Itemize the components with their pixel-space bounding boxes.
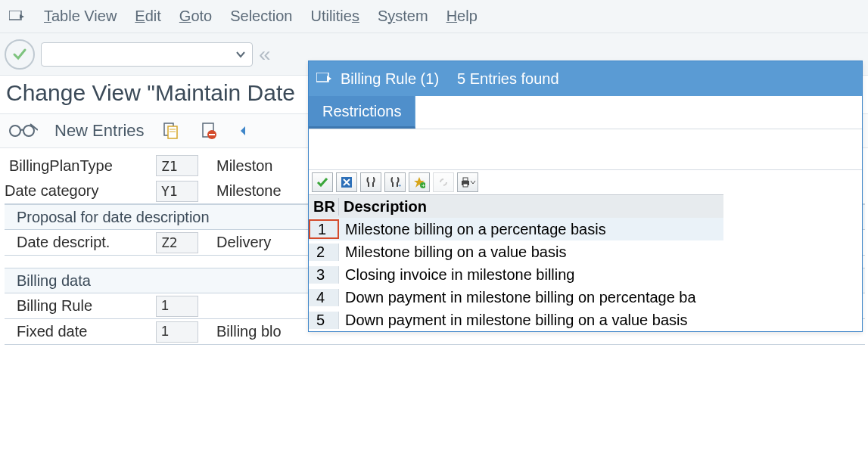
cell-desc: Milestone billing on a percentage basis bbox=[339, 221, 723, 238]
table-row[interactable]: 4 Down payment in milestone billing on p… bbox=[309, 286, 723, 309]
results-header: BR Description bbox=[309, 195, 723, 218]
cell-br: 2 bbox=[309, 244, 339, 261]
menu-utilities[interactable]: Utilities bbox=[310, 8, 359, 25]
popup-find-icon[interactable] bbox=[360, 172, 381, 192]
label-date-category: Date category bbox=[5, 182, 156, 200]
svg-rect-16 bbox=[463, 178, 468, 181]
popup-title-icon bbox=[316, 73, 331, 85]
col-header-br[interactable]: BR bbox=[309, 198, 339, 216]
cell-desc: Down payment in milestone billing on a v… bbox=[339, 312, 723, 329]
label-date-descript: Date descript. bbox=[5, 234, 156, 251]
popup-print-icon[interactable] bbox=[457, 172, 478, 192]
popup-toolbar: + + bbox=[309, 170, 862, 194]
field-fixed-date[interactable]: 1 bbox=[156, 321, 198, 343]
menu-table-view[interactable]: Table View bbox=[44, 8, 117, 25]
text-milestone-partial: Mileston bbox=[198, 157, 272, 175]
svg-point-1 bbox=[10, 126, 20, 136]
app-menu-icon[interactable] bbox=[8, 9, 26, 24]
table-row[interactable]: 1 Milestone billing on a percentage basi… bbox=[309, 218, 723, 240]
popup-cancel-icon[interactable] bbox=[336, 172, 357, 192]
cell-br: 1 bbox=[309, 219, 339, 239]
label-fixed-date: Fixed date bbox=[5, 323, 156, 340]
cell-br: 5 bbox=[309, 312, 339, 329]
results-table: BR Description 1 Milestone billing on a … bbox=[309, 194, 723, 331]
menu-help[interactable]: Help bbox=[446, 8, 478, 25]
menu-selection[interactable]: Selection bbox=[230, 8, 292, 25]
undo-icon[interactable] bbox=[235, 119, 258, 142]
cell-desc: Closing invoice in milestone billing bbox=[339, 266, 723, 284]
svg-point-2 bbox=[23, 126, 34, 136]
label-billing-plan-type: BillingPlanType bbox=[5, 157, 156, 175]
svg-text:+: + bbox=[398, 182, 401, 188]
popup-title-status: 5 Entries found bbox=[457, 70, 559, 88]
cell-desc: Down payment in milestone billing on per… bbox=[339, 289, 723, 306]
accept-icon[interactable] bbox=[5, 39, 35, 70]
cell-br: 3 bbox=[309, 266, 339, 284]
nav-back-icon[interactable]: « bbox=[259, 42, 271, 67]
svg-text:+: + bbox=[422, 182, 425, 188]
popup-link-icon[interactable] bbox=[433, 172, 454, 192]
popup-titlebar: Billing Rule (1) 5 Entries found bbox=[309, 61, 862, 96]
popup-personal-list-icon[interactable]: + bbox=[409, 172, 430, 192]
field-date-descript[interactable]: Z2 bbox=[156, 232, 198, 253]
field-date-category[interactable]: Y1 bbox=[156, 181, 198, 202]
text-milestone: Milestone bbox=[198, 182, 282, 200]
menu-system[interactable]: System bbox=[378, 8, 428, 25]
table-row[interactable]: 3 Closing invoice in milestone billing bbox=[309, 263, 723, 286]
text-billing-block-partial: Billing blo bbox=[198, 323, 282, 340]
popup-tab-strip: Restrictions bbox=[309, 96, 862, 129]
popup-title-text: Billing Rule (1) bbox=[341, 70, 439, 88]
tab-restrictions[interactable]: Restrictions bbox=[309, 96, 415, 129]
field-billing-rule[interactable]: 1 bbox=[156, 296, 198, 317]
new-entries-button[interactable]: New Entries bbox=[54, 121, 145, 141]
copy-icon[interactable] bbox=[160, 119, 182, 142]
svg-rect-0 bbox=[9, 11, 21, 20]
table-row[interactable]: 5 Down payment in milestone billing on a… bbox=[309, 309, 723, 331]
popup-find-next-icon[interactable]: + bbox=[384, 172, 406, 192]
svg-rect-10 bbox=[316, 73, 328, 82]
cell-desc: Milestone billing on a value basis bbox=[339, 244, 723, 261]
value-help-popup: Billing Rule (1) 5 Entries found Restric… bbox=[308, 61, 863, 332]
delete-icon[interactable] bbox=[198, 119, 220, 142]
svg-rect-4 bbox=[168, 126, 177, 138]
field-billing-plan-type[interactable]: Z1 bbox=[156, 155, 198, 176]
label-billing-rule: Billing Rule bbox=[5, 297, 156, 315]
svg-rect-17 bbox=[463, 184, 468, 187]
menu-goto[interactable]: Goto bbox=[179, 8, 212, 25]
cell-br: 4 bbox=[309, 289, 339, 306]
col-header-desc[interactable]: Description bbox=[339, 198, 723, 216]
table-row[interactable]: 2 Milestone billing on a value basis bbox=[309, 240, 723, 263]
popup-accept-icon[interactable] bbox=[312, 172, 333, 192]
svg-rect-9 bbox=[209, 134, 215, 135]
popup-restriction-area bbox=[309, 129, 862, 170]
menu-edit[interactable]: Edit bbox=[135, 8, 160, 25]
display-change-icon[interactable] bbox=[8, 123, 39, 139]
menu-bar: Table View Edit Goto Selection Utilities… bbox=[0, 0, 868, 33]
text-delivery-partial: Delivery bbox=[198, 234, 271, 251]
command-field[interactable] bbox=[41, 42, 253, 67]
